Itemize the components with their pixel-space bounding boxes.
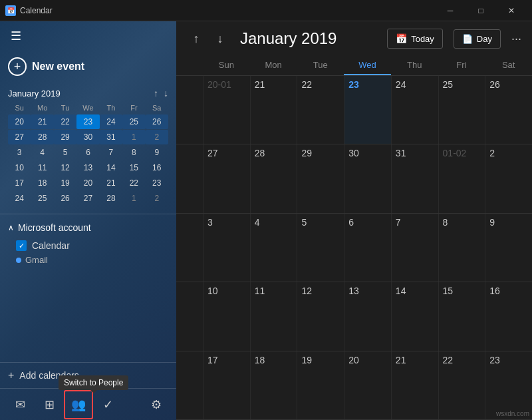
mini-day-17c[interactable]: 17 xyxy=(8,176,31,190)
mini-day-30[interactable]: 30 xyxy=(76,130,99,144)
mini-prev-button[interactable]: ↑ xyxy=(154,88,158,99)
mini-day-28[interactable]: 28 xyxy=(31,130,53,144)
cal-day-4[interactable]: 4 xyxy=(250,214,297,282)
cal-day-11[interactable]: 11 xyxy=(250,282,297,350)
mini-day-26[interactable]: 26 xyxy=(146,114,168,129)
mini-day-2d[interactable]: 2 xyxy=(146,191,168,206)
mini-day-14[interactable]: 14 xyxy=(100,160,122,175)
mini-day-20c[interactable]: 20 xyxy=(76,176,99,190)
close-button[interactable]: ✕ xyxy=(496,0,527,21)
mini-day-24[interactable]: 24 xyxy=(100,114,122,129)
mini-day-28c[interactable]: 28 xyxy=(100,191,122,206)
mail-nav-button[interactable]: ✉ xyxy=(5,390,35,419)
mini-day-23-today[interactable]: 23 xyxy=(76,114,99,129)
cal-day-21b[interactable]: 21 xyxy=(391,351,438,419)
mini-day-3b[interactable]: 3 xyxy=(8,145,31,160)
mini-day-21[interactable]: 21 xyxy=(31,114,53,129)
cal-day-20b[interactable]: 20 xyxy=(344,351,391,419)
tasks-nav-button[interactable]: ✓ xyxy=(93,390,122,419)
prev-arrow-button[interactable]: ↑ xyxy=(187,32,205,46)
cal-day-26[interactable]: 26 xyxy=(485,76,532,144)
mini-day-15[interactable]: 15 xyxy=(122,160,145,175)
week-num-4 xyxy=(176,282,203,350)
mini-day-29[interactable]: 29 xyxy=(54,130,76,144)
mini-day-25c[interactable]: 25 xyxy=(31,191,53,206)
mini-day-19c[interactable]: 19 xyxy=(54,176,76,190)
day-view-button[interactable]: 📄 Day xyxy=(454,29,501,49)
calendar-nav-button[interactable]: ⊞ xyxy=(35,390,64,419)
mini-day-31[interactable]: 31 xyxy=(100,130,122,144)
cal-day-17[interactable]: 17 xyxy=(203,351,250,419)
today-button[interactable]: 📅 Today xyxy=(387,29,443,49)
cal-day-24[interactable]: 24 xyxy=(391,76,438,144)
cal-day-22[interactable]: 22 xyxy=(297,76,344,144)
more-options-button[interactable]: ··· xyxy=(511,32,521,46)
mini-day-8b[interactable]: 8 xyxy=(122,145,145,160)
mini-day-24c[interactable]: 24 xyxy=(8,191,31,206)
calendar-account-item[interactable]: ✓ Calendar xyxy=(13,238,168,253)
cal-day-23b[interactable]: 23 xyxy=(485,351,532,419)
mini-day-23c[interactable]: 23 xyxy=(146,176,168,190)
mini-day-21c[interactable]: 21 xyxy=(100,176,122,190)
day-number-28: 28 xyxy=(255,148,265,158)
cal-day-6[interactable]: 6 xyxy=(344,214,391,282)
mini-day-13[interactable]: 13 xyxy=(76,160,99,175)
mini-next-button[interactable]: ↓ xyxy=(164,88,168,99)
hamburger-icon[interactable]: ☰ xyxy=(8,29,24,43)
mini-day-25[interactable]: 25 xyxy=(122,114,145,129)
maximize-button[interactable]: □ xyxy=(466,0,496,21)
mini-day-9b[interactable]: 9 xyxy=(146,145,168,160)
cal-day-feb1[interactable]: 01-02 xyxy=(438,144,485,212)
mini-day-18c[interactable]: 18 xyxy=(31,176,53,190)
cal-day-3[interactable]: 3 xyxy=(203,214,250,282)
new-event-button[interactable]: + New event xyxy=(8,53,168,80)
cal-day-13[interactable]: 13 xyxy=(344,282,391,350)
mini-day-2a[interactable]: 2 xyxy=(146,130,168,144)
cal-day-20[interactable]: 20-01 xyxy=(203,76,250,144)
email-account-item[interactable]: Gmail xyxy=(8,253,168,267)
mini-day-6b[interactable]: 6 xyxy=(76,145,99,160)
minimize-button[interactable]: ─ xyxy=(435,0,466,21)
mini-day-5b[interactable]: 5 xyxy=(54,145,76,160)
mini-day-12[interactable]: 12 xyxy=(54,160,76,175)
cal-day-31[interactable]: 31 xyxy=(391,144,438,212)
mini-day-26c[interactable]: 26 xyxy=(54,191,76,206)
cal-day-25[interactable]: 25 xyxy=(438,76,485,144)
cal-day-9[interactable]: 9 xyxy=(485,214,532,282)
mini-day-7b[interactable]: 7 xyxy=(100,145,122,160)
next-arrow-button[interactable]: ↓ xyxy=(211,32,229,46)
cal-day-30[interactable]: 30 xyxy=(344,144,391,212)
mini-day-1a[interactable]: 1 xyxy=(122,130,145,144)
cal-day-5[interactable]: 5 xyxy=(297,214,344,282)
cal-day-feb2[interactable]: 2 xyxy=(485,144,532,212)
mini-day-11[interactable]: 11 xyxy=(31,160,53,175)
mini-day-27[interactable]: 27 xyxy=(8,130,31,144)
mini-day-10[interactable]: 10 xyxy=(8,160,31,175)
cal-day-28[interactable]: 28 xyxy=(250,144,297,212)
mini-day-22[interactable]: 22 xyxy=(54,114,76,129)
cal-day-22b[interactable]: 22 xyxy=(438,351,485,419)
settings-nav-button[interactable]: ⚙ xyxy=(142,390,171,419)
cal-day-8[interactable]: 8 xyxy=(438,214,485,282)
cal-day-14[interactable]: 14 xyxy=(391,282,438,350)
cal-day-15[interactable]: 15 xyxy=(438,282,485,350)
account-header[interactable]: ∧ Microsoft account xyxy=(8,222,168,233)
cal-day-29[interactable]: 29 xyxy=(297,144,344,212)
people-nav-button[interactable]: 👥 xyxy=(64,390,93,419)
calendar-checkbox[interactable]: ✓ xyxy=(16,240,27,251)
cal-day-18[interactable]: 18 xyxy=(250,351,297,419)
cal-day-12[interactable]: 12 xyxy=(297,282,344,350)
cal-day-27[interactable]: 27 xyxy=(203,144,250,212)
cal-day-19[interactable]: 19 xyxy=(297,351,344,419)
mini-day-16[interactable]: 16 xyxy=(146,160,168,175)
cal-day-16[interactable]: 16 xyxy=(485,282,532,350)
mini-day-27c[interactable]: 27 xyxy=(76,191,99,206)
mini-day-20[interactable]: 20 xyxy=(8,114,31,129)
cal-day-23-today[interactable]: 23 xyxy=(344,76,391,144)
mini-day-22c[interactable]: 22 xyxy=(122,176,145,190)
cal-day-7[interactable]: 7 xyxy=(391,214,438,282)
mini-day-4b[interactable]: 4 xyxy=(31,145,53,160)
cal-day-10[interactable]: 10 xyxy=(203,282,250,350)
cal-day-21[interactable]: 21 xyxy=(250,76,297,144)
mini-day-1d[interactable]: 1 xyxy=(122,191,145,206)
